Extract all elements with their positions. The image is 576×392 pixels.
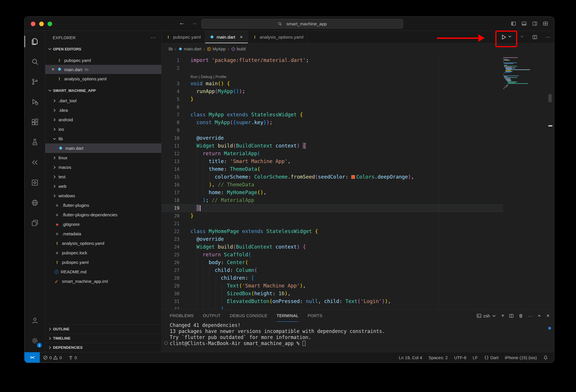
- code-line[interactable]: 24 Widget build(BuildContext context) {: [162, 243, 503, 251]
- code-line[interactable]: 25 return Scaffold(: [162, 251, 503, 259]
- line-number[interactable]: 1: [162, 56, 180, 64]
- line-number[interactable]: 12: [162, 150, 180, 158]
- shell-selector[interactable]: zsh: [477, 313, 496, 318]
- tree-item[interactable]: iREADME.md: [45, 267, 161, 277]
- code-line[interactable]: Run | Debug | Profile: [162, 72, 503, 80]
- open-editor-item[interactable]: !analysis_options.yaml: [45, 74, 161, 83]
- panel-tab-debug-console[interactable]: DEBUG CONSOLE: [230, 310, 267, 322]
- line-number[interactable]: 23: [162, 235, 180, 243]
- code-line[interactable]: 26 body: Center(: [162, 259, 503, 266]
- line-number[interactable]: 15: [162, 173, 180, 181]
- line-number[interactable]: 2: [162, 64, 180, 72]
- code-line[interactable]: 10 @override: [162, 134, 503, 142]
- panel-tab-problems[interactable]: PROBLEMS: [170, 310, 194, 322]
- remote-indicator[interactable]: ><: [24, 352, 40, 363]
- project-root-header[interactable]: SMART_MACHINE_APP: [45, 86, 161, 95]
- scrollbar-thumb[interactable]: [548, 94, 552, 102]
- code-line[interactable]: 16 ), // ThemeData: [162, 181, 503, 189]
- breadcrumb-item[interactable]: MyApp: [207, 47, 226, 51]
- activity-custom-view[interactable]: [24, 213, 45, 233]
- activity-search[interactable]: [24, 52, 45, 72]
- encoding-status[interactable]: UTF-8: [451, 355, 470, 360]
- cursor-position-status[interactable]: Ln 19, Col 4: [396, 355, 425, 360]
- tree-item[interactable]: ≡.flutter-plugins: [45, 200, 161, 210]
- tree-item[interactable]: ≡pubspec.lock: [45, 248, 161, 257]
- codelens[interactable]: Run | Debug | Profile: [190, 73, 226, 81]
- line-number[interactable]: 24: [162, 243, 180, 251]
- line-number[interactable]: 32: [162, 305, 180, 309]
- close-window-button[interactable]: [31, 22, 35, 26]
- panel-tab-terminal[interactable]: TERMINAL: [277, 310, 299, 322]
- tree-item[interactable]: lib: [45, 134, 161, 143]
- breadcrumb-item[interactable]: build: [231, 47, 246, 51]
- activity-references[interactable]: [24, 152, 45, 173]
- command-center-search[interactable]: smart_machine_app: [201, 19, 403, 29]
- code-line[interactable]: 17 home: MyHomePage(),: [162, 189, 503, 196]
- line-number[interactable]: 20: [162, 212, 180, 220]
- line-number[interactable]: 25: [162, 251, 180, 259]
- terminal-scrollbar[interactable]: [548, 327, 551, 329]
- indentation-status[interactable]: Spaces: 2: [425, 355, 451, 360]
- line-number[interactable]: 5: [162, 95, 180, 103]
- code-editor[interactable]: 1import 'package:flutter/material.dart';…: [162, 54, 554, 309]
- run-alt-chevron-icon[interactable]: [520, 34, 524, 40]
- notifications-bell[interactable]: [540, 355, 551, 360]
- tree-item[interactable]: android: [45, 115, 161, 124]
- problems-status[interactable]: 0 0: [40, 352, 65, 363]
- tree-item[interactable]: smart_machine_app.iml: [45, 277, 161, 286]
- line-number[interactable]: 29: [162, 282, 180, 290]
- tree-item[interactable]: .idea: [45, 105, 161, 115]
- navigate-back-button[interactable]: ←: [179, 19, 185, 26]
- close-panel-icon[interactable]: ×: [546, 313, 549, 319]
- accounts-button[interactable]: [24, 310, 45, 331]
- code-line[interactable]: 18 ); // MaterialApp: [162, 196, 503, 204]
- navigate-forward-button[interactable]: →: [191, 19, 197, 26]
- activity-testing[interactable]: [24, 132, 45, 152]
- code-line[interactable]: 15 colorScheme: ColorScheme.fromSeed(see…: [162, 173, 503, 181]
- code-line[interactable]: 30 SizedBox(height: 16),: [162, 290, 503, 298]
- tree-item[interactable]: macos: [45, 162, 161, 172]
- kill-terminal-trash-icon[interactable]: [518, 313, 523, 318]
- line-number[interactable]: 11: [162, 142, 180, 150]
- zoom-window-button[interactable]: [48, 22, 52, 26]
- tab-close-icon[interactable]: ×: [239, 34, 244, 40]
- line-number[interactable]: 22: [162, 228, 180, 235]
- breadcrumb-item[interactable]: main.dart: [178, 47, 201, 51]
- code-line[interactable]: 32 ],: [162, 305, 503, 309]
- code-line[interactable]: 13 title: 'Smart Machine App',: [162, 158, 503, 165]
- line-number[interactable]: 14: [162, 165, 180, 173]
- tree-item[interactable]: ≡.metadata: [45, 229, 161, 238]
- code-line[interactable]: 6: [162, 103, 503, 111]
- line-number[interactable]: 30: [162, 290, 180, 298]
- toggle-panel-icon[interactable]: [521, 21, 527, 26]
- tree-item[interactable]: !analysis_options.yaml: [45, 238, 161, 248]
- tree-item[interactable]: ≡.flutter-plugins-dependencies: [45, 210, 161, 219]
- minimize-window-button[interactable]: [39, 22, 44, 26]
- activity-project-manager[interactable]: [24, 173, 45, 193]
- line-number[interactable]: 9: [162, 126, 180, 134]
- toggle-primary-sidebar-icon[interactable]: [511, 21, 516, 26]
- code-line[interactable]: 7class MyApp extends StatelessWidget {: [162, 111, 503, 119]
- code-line[interactable]: 12 return MaterialApp(: [162, 150, 503, 158]
- close-editor-icon[interactable]: ×: [49, 67, 57, 72]
- sidebar-section-dependencies[interactable]: DEPENDENCIES: [45, 343, 161, 352]
- tree-item[interactable]: test: [45, 172, 161, 181]
- tree-item[interactable]: web: [45, 181, 161, 191]
- tree-item[interactable]: windows: [45, 191, 161, 200]
- open-editor-item[interactable]: !pubspec.yaml: [45, 56, 161, 65]
- editor-tab[interactable]: !pubspec.yaml: [162, 31, 205, 43]
- new-terminal-button[interactable]: +: [501, 313, 504, 319]
- code-line[interactable]: 28 children: [: [162, 274, 503, 282]
- code-line[interactable]: 3void main() {: [162, 80, 503, 88]
- language-status[interactable]: {}Dart: [481, 355, 502, 360]
- activity-source-control[interactable]: [24, 72, 45, 92]
- activity-run-debug[interactable]: [24, 92, 45, 112]
- split-terminal-icon[interactable]: [509, 313, 514, 318]
- panel-tab-ports[interactable]: PORTS: [308, 310, 322, 322]
- line-number[interactable]: 26: [162, 259, 180, 266]
- line-number[interactable]: 3: [162, 80, 180, 88]
- panel-tab-output[interactable]: OUTPUT: [203, 310, 220, 322]
- split-editor-icon[interactable]: [532, 34, 538, 40]
- activity-extensions[interactable]: [24, 112, 45, 132]
- code-line[interactable]: 8 const MyApp({super.key});: [162, 119, 503, 126]
